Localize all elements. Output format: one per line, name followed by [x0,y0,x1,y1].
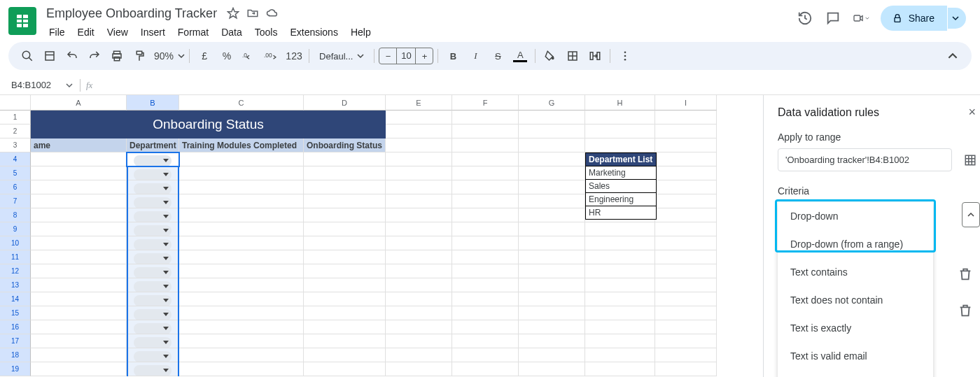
cell[interactable] [386,180,452,194]
cell[interactable] [386,152,452,166]
dropdown-chip[interactable] [134,281,172,292]
cell[interactable] [304,180,386,194]
cell[interactable] [304,362,386,376]
cell[interactable] [179,362,304,376]
cell[interactable] [519,236,585,250]
text-color-button[interactable]: A [510,45,531,66]
cell[interactable] [655,111,717,125]
cell[interactable] [386,348,452,362]
print-button[interactable] [106,45,127,66]
cell[interactable] [31,222,127,236]
cell[interactable] [452,362,519,376]
dropdown-chip[interactable] [134,267,172,278]
cell[interactable] [127,236,179,250]
cell[interactable] [31,208,127,222]
cell[interactable] [304,292,386,306]
cell[interactable] [386,278,452,292]
criteria-option-dropdown-range[interactable]: Drop-down (from a range) [778,230,933,258]
criteria-option-text-contains[interactable]: Text contains [778,258,933,286]
cell[interactable] [386,222,452,236]
cell[interactable] [452,264,519,278]
cell[interactable] [452,292,519,306]
spreadsheet-grid[interactable]: A B C D E F G H I 123ameDepartmentTraini… [0,95,763,377]
cell[interactable] [31,362,127,376]
cell[interactable] [655,250,717,264]
cell[interactable] [519,125,585,138]
cell[interactable] [127,320,179,334]
dropdown-chip[interactable] [134,239,172,250]
cell[interactable] [585,292,655,306]
cell[interactable] [452,180,519,194]
cell[interactable] [452,250,519,264]
select-all-corner[interactable] [0,95,31,111]
cell[interactable] [519,334,585,348]
cell[interactable] [304,236,386,250]
criteria-option-dropdown[interactable]: Drop-down [778,202,933,230]
cell[interactable] [519,292,585,306]
cell[interactable] [519,264,585,278]
cell[interactable] [386,320,452,334]
cell[interactable] [304,194,386,208]
cell[interactable] [304,306,386,320]
row-header[interactable]: 19 [0,362,31,376]
cell[interactable] [655,152,717,166]
cell[interactable] [452,306,519,320]
more-button[interactable] [615,45,636,66]
col-header-D[interactable]: D [304,95,386,111]
cell[interactable] [31,180,127,194]
menu-format[interactable]: Format [172,24,214,41]
dropdown-chip[interactable] [134,155,172,166]
cell[interactable] [386,166,452,180]
cell[interactable] [655,208,717,222]
cell[interactable] [179,236,304,250]
row-header[interactable]: 9 [0,222,31,236]
cell[interactable] [31,278,127,292]
criteria-option-valid-url[interactable]: Text is valid URL [778,370,933,377]
menu-extensions[interactable]: Extensions [284,24,343,41]
row-header[interactable]: 12 [0,264,31,278]
cell[interactable] [127,362,179,376]
cell[interactable] [179,250,304,264]
cell[interactable] [31,292,127,306]
criteria-option-text-not-contain[interactable]: Text does not contain [778,286,933,314]
increase-decimal-button[interactable]: .00 [261,45,282,66]
sheets-logo[interactable] [8,7,36,35]
cell[interactable] [127,166,179,180]
col-header-B[interactable]: B [127,95,179,111]
menu-data[interactable]: Data [216,24,248,41]
cell[interactable] [127,348,179,362]
cell[interactable]: Department [127,138,179,152]
criteria-option-valid-email[interactable]: Text is valid email [778,342,933,370]
dropdown-chip[interactable] [134,211,172,222]
row-header[interactable]: 18 [0,348,31,362]
menu-edit[interactable]: Edit [72,24,100,41]
cell[interactable] [585,362,655,376]
col-header-F[interactable]: F [452,95,519,111]
col-header-G[interactable]: G [519,95,585,111]
cell[interactable] [179,306,304,320]
cell[interactable] [655,125,717,138]
cell[interactable] [127,194,179,208]
font-family-select[interactable]: Defaul... [314,51,370,62]
row-header[interactable]: 4 [0,152,31,166]
row-header[interactable]: 5 [0,166,31,180]
dropdown-chip[interactable] [134,351,172,362]
cell[interactable] [179,278,304,292]
cell[interactable] [655,264,717,278]
cell[interactable] [386,292,452,306]
col-header-I[interactable]: I [655,95,717,111]
cell[interactable] [179,194,304,208]
row-header[interactable]: 17 [0,334,31,348]
col-header-C[interactable]: C [179,95,304,111]
cell[interactable] [127,152,179,166]
cell[interactable] [655,194,717,208]
cell[interactable] [127,292,179,306]
cell[interactable] [585,306,655,320]
cell[interactable] [452,278,519,292]
doc-title[interactable]: Employee Onboarding Tracker [43,5,220,22]
cell[interactable] [386,306,452,320]
cell[interactable] [655,278,717,292]
dropdown-chip[interactable] [134,323,172,334]
cell[interactable] [452,320,519,334]
share-dropdown[interactable] [948,8,966,29]
